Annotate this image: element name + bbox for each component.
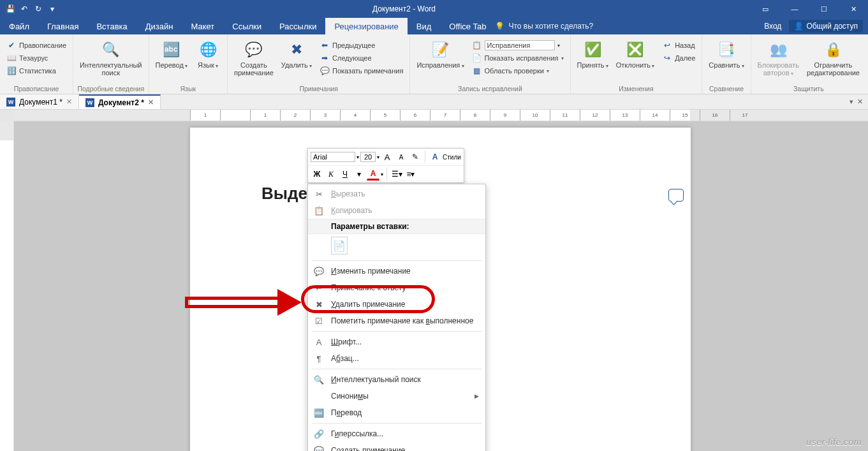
comment-edit-icon: 💬 <box>313 265 325 277</box>
group-comments: 💬Создать примечание ✖Удалить ⬅Предыдущее… <box>228 34 410 94</box>
tab-insert[interactable]: Вставка <box>87 18 136 34</box>
bullets-button[interactable]: ☰▾ <box>390 168 403 181</box>
arrow-down-icon: ↪ <box>662 53 672 63</box>
thesaurus-button[interactable]: 📖Тезаурус <box>5 52 68 64</box>
comment-balloon-icon[interactable] <box>668 189 684 202</box>
word-icon: W <box>85 98 94 107</box>
font-color-button[interactable]: A <box>367 168 379 181</box>
person-icon: 👤 <box>794 22 804 31</box>
italic-button[interactable]: К <box>325 168 337 181</box>
group-proofing: ✔Правописание 📖Тезаурус 🔢Статистика Прав… <box>0 34 73 94</box>
sign-in-link[interactable]: Вход <box>764 22 781 31</box>
minimize-button[interactable]: — <box>780 0 809 18</box>
copy-icon: 📋 <box>313 205 325 216</box>
close-tab-icon[interactable]: ✕ <box>148 98 154 107</box>
group-label-insights: Подробные сведения <box>76 84 145 94</box>
ctx-copy[interactable]: 📋Копировать <box>308 202 485 219</box>
globe-icon: 🌐 <box>198 40 218 60</box>
numbering-button[interactable]: ≡▾ <box>404 168 417 181</box>
ribbon-display-options-icon[interactable]: ▭ <box>751 0 780 18</box>
show-comments-button[interactable]: 💬Показать примечания <box>318 65 404 77</box>
tab-mailings[interactable]: Рассылки <box>270 18 325 34</box>
font-family-select[interactable]: Arial <box>311 152 355 162</box>
previous-comment-button[interactable]: ⬅Предыдущее <box>318 40 404 51</box>
ctx-new-comment[interactable]: 💬Создать примечание <box>308 442 485 451</box>
block-authors-button[interactable]: 👥Блокировать авторов <box>754 38 803 79</box>
scissors-icon: ✂ <box>313 188 325 200</box>
ctx-cut[interactable]: ✂Вырезать <box>308 186 485 202</box>
spelling-button[interactable]: ✔Правописание <box>5 40 68 51</box>
check-icon: ✔ <box>6 40 17 50</box>
reject-icon: ❎ <box>625 40 645 60</box>
reviewing-pane-button[interactable]: ▦Область проверки <box>471 65 565 77</box>
tab-view[interactable]: Вид <box>408 18 441 34</box>
horizontal-ruler[interactable]: 11234567891011121314151617 <box>14 110 868 121</box>
new-comment-button[interactable]: 💬Создать примечание <box>230 38 277 78</box>
vertical-ruler[interactable] <box>0 121 14 451</box>
ctx-synonyms[interactable]: Синонимы▶ <box>308 388 485 404</box>
styles-button[interactable]: A <box>429 151 441 163</box>
highlight-button[interactable]: ▾ <box>353 168 365 181</box>
document-tab-1[interactable]: WДокумент1 *✕ <box>0 94 79 109</box>
save-icon[interactable]: 💾 <box>5 4 15 14</box>
ctx-translate[interactable]: 🔤Перевод <box>308 404 485 421</box>
tab-review[interactable]: Рецензирование <box>325 18 407 34</box>
group-compare: 📑Сравнить Сравнение <box>702 34 751 94</box>
translate-button[interactable]: 🔤Перевод <box>152 38 192 71</box>
annotation-circle <box>301 285 435 313</box>
next-change-button[interactable]: ↪Далее <box>661 52 696 64</box>
undo-icon[interactable]: ↶ <box>19 4 29 14</box>
tab-menu-icon[interactable]: ▾ <box>850 98 853 106</box>
font-size-select[interactable]: 20 <box>360 152 376 162</box>
ctx-smart-lookup[interactable]: 🔍Интеллектуальный поиск <box>308 371 485 388</box>
tab-office-tab[interactable]: Office Tab <box>440 18 495 34</box>
compare-button[interactable]: 📑Сравнить <box>705 38 747 71</box>
tab-design[interactable]: Дизайн <box>136 18 182 34</box>
translate-icon: 🔤 <box>161 40 182 60</box>
restrict-editing-button[interactable]: 🔒Ограничить редактирование <box>803 38 864 78</box>
maximize-button[interactable]: ☐ <box>809 0 839 18</box>
close-all-icon[interactable]: ✕ <box>857 98 863 106</box>
title-bar: 💾 ↶ ↻ ▾ Документ2 - Word ▭ — ☐ ✕ <box>0 0 868 18</box>
prev-change-button[interactable]: ↩Назад <box>661 40 696 51</box>
tab-home[interactable]: Главная <box>38 18 87 34</box>
paragraph-icon: ¶ <box>313 353 325 364</box>
document-tab-2[interactable]: WДокумент2 *✕ <box>79 94 161 109</box>
tab-file[interactable]: Файл <box>0 18 38 34</box>
close-tab-icon[interactable]: ✕ <box>66 98 72 106</box>
next-comment-button[interactable]: ➡Следующее <box>318 52 404 64</box>
close-button[interactable]: ✕ <box>839 0 868 18</box>
markup-icon: 📄 <box>472 53 482 63</box>
format-painter-button[interactable]: ✎ <box>409 151 422 163</box>
qat-customize-icon[interactable]: ▾ <box>47 4 57 14</box>
redo-icon[interactable]: ↻ <box>33 4 43 14</box>
show-markup-button[interactable]: 📄Показать исправления <box>471 52 565 64</box>
word-count-button[interactable]: 🔢Статистика <box>5 65 68 77</box>
ctx-font[interactable]: AШрифт... <box>308 334 485 350</box>
language-button[interactable]: 🌐Язык <box>191 38 224 71</box>
group-label-language: Язык <box>152 84 225 94</box>
ctx-hyperlink[interactable]: 🔗Гиперссылка... <box>308 425 485 442</box>
grow-font-button[interactable]: A <box>381 151 394 163</box>
tell-me-search[interactable]: 💡Что вы хотите сделать? <box>495 18 593 34</box>
ctx-paragraph[interactable]: ¶Абзац... <box>308 350 485 367</box>
delete-comment-button[interactable]: ✖Удалить <box>277 38 316 71</box>
accept-button[interactable]: ✅Принять <box>573 38 612 71</box>
reject-button[interactable]: ❎Отклонить <box>612 38 658 71</box>
styles-label[interactable]: Стили <box>443 154 461 161</box>
underline-button[interactable]: Ч <box>339 168 351 181</box>
ctx-mark-done[interactable]: ☑Пометить примечание как выполненное <box>308 313 485 329</box>
track-changes-button[interactable]: 📝Исправления <box>413 38 467 71</box>
arrow-left-icon: ⬅ <box>320 40 330 50</box>
display-for-review-select[interactable]: 📋Исправления▾ <box>471 40 565 51</box>
paste-keep-source-icon[interactable]: 📄 <box>331 237 348 255</box>
share-button[interactable]: 👤Общий доступ <box>789 20 863 33</box>
tab-references[interactable]: Ссылки <box>223 18 270 34</box>
smart-lookup-button[interactable]: 🔍 Интеллектуальный поиск <box>76 38 145 78</box>
tab-layout[interactable]: Макет <box>182 18 223 34</box>
ctx-paste-options: 📄 <box>308 234 485 258</box>
bold-button[interactable]: Ж <box>311 168 323 181</box>
ctx-edit-comment[interactable]: 💬Изменить примечание <box>308 263 485 279</box>
shrink-font-button[interactable]: A <box>395 151 408 163</box>
font-icon: A <box>313 336 325 348</box>
